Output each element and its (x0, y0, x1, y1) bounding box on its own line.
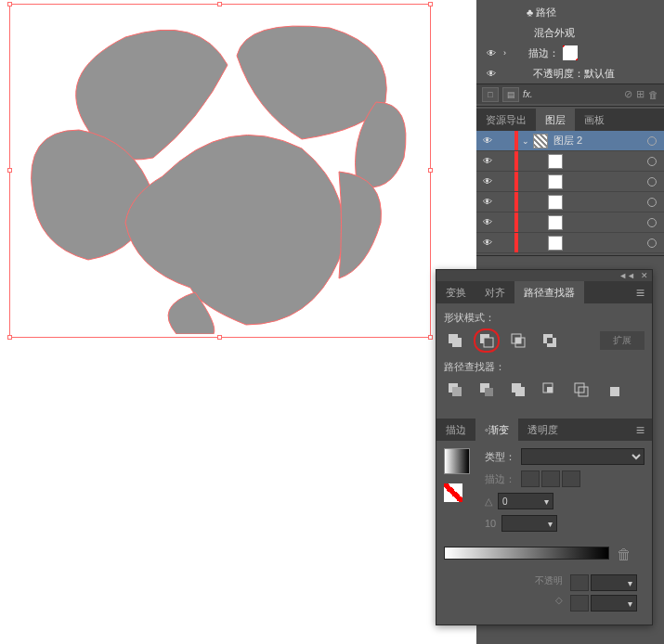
visibility-icon[interactable]: 👁 (480, 134, 494, 148)
resize-handle-s[interactable] (217, 335, 222, 340)
unite-button[interactable] (444, 330, 466, 351)
angle-symbol: △ (485, 496, 492, 508)
minus-front-button[interactable] (475, 330, 498, 351)
opacity-btn[interactable] (570, 574, 589, 591)
tab-stroke[interactable]: 描边 (436, 419, 475, 441)
resize-handle-n[interactable] (217, 2, 222, 6)
expand-button[interactable]: 扩展 (600, 331, 644, 350)
pathfinder-tabs: 变换 对齐 路径查找器 ≡ (436, 281, 652, 303)
merge-button[interactable] (507, 380, 529, 400)
visibility-icon[interactable]: 👁 (480, 215, 494, 229)
menu-icon[interactable]: ≡ (629, 419, 652, 441)
opacity-value-input[interactable]: ▾ (591, 574, 637, 591)
stroke-swatch[interactable] (563, 45, 578, 60)
appearance-row-stroke[interactable]: 👁 › 描边： (476, 43, 664, 63)
location-value-input[interactable]: ▾ (591, 595, 637, 612)
ratio-symbol: 10 (485, 518, 496, 529)
svg-rect-9 (485, 388, 493, 396)
stroke-along-button[interactable] (541, 470, 560, 487)
ratio-input[interactable]: ▾ (501, 515, 557, 532)
layer-thumbnail[interactable] (548, 215, 563, 230)
appearance-row-opacity[interactable]: 👁 不透明度：默认值 (476, 63, 664, 84)
divide-button[interactable] (444, 380, 466, 400)
reverse-gradient-button[interactable] (444, 483, 462, 502)
stroke-across-button[interactable] (562, 470, 580, 487)
visibility-icon[interactable]: 👁 (480, 174, 494, 188)
no-icon[interactable]: ⊘ (624, 88, 632, 100)
gradient-preview[interactable] (444, 448, 470, 474)
target-icon[interactable] (647, 136, 657, 146)
panel-title-bar[interactable]: ◄◄ ✕ (436, 270, 652, 281)
target-icon[interactable] (647, 238, 657, 248)
tab-pathfinder[interactable]: 路径查找器 (514, 281, 584, 303)
layer-thumbnail[interactable] (548, 174, 563, 189)
visibility-icon[interactable]: 👁 (484, 46, 498, 60)
artwork-shape[interactable] (14, 9, 423, 334)
layer-row-sublayer[interactable]: 👁 (476, 172, 664, 192)
layer-color-bar (514, 172, 518, 191)
trim-button[interactable] (475, 380, 498, 400)
resize-handle-ne[interactable] (428, 2, 433, 6)
fx-label[interactable]: fx. (523, 89, 533, 99)
layer-row-layer2[interactable]: 👁 ⌄ 图层 2 (476, 131, 664, 151)
tab-align[interactable]: 对齐 (475, 281, 514, 303)
footer-icon-1[interactable]: □ (482, 87, 499, 102)
crop-button[interactable] (539, 380, 561, 400)
appearance-row-path[interactable]: ♣ 路径 (476, 2, 664, 22)
resize-handle-nw[interactable] (7, 2, 12, 6)
layer-color-bar (514, 131, 518, 150)
layer-row-sublayer[interactable]: 👁 (476, 233, 664, 253)
visibility-icon[interactable]: 👁 (480, 236, 494, 250)
visibility-icon[interactable]: 👁 (480, 195, 494, 209)
chevron-down-icon[interactable]: ⌄ (522, 136, 529, 146)
angle-input[interactable]: 0▾ (498, 493, 553, 509)
layer-row-sublayer[interactable]: 👁 (476, 192, 664, 213)
stroke-within-button[interactable] (521, 470, 540, 487)
minus-back-button[interactable] (602, 380, 624, 400)
layer-thumbnail[interactable] (548, 154, 563, 169)
target-icon[interactable] (647, 198, 657, 207)
appearance-row-blend[interactable]: 混合外观 (476, 22, 664, 43)
duplicate-icon[interactable]: ⊞ (636, 88, 644, 100)
resize-handle-sw[interactable] (7, 335, 12, 340)
floating-panel[interactable]: ◄◄ ✕ 变换 对齐 路径查找器 ≡ 形状模式： 扩展 路径查找器： (436, 269, 653, 625)
tab-artboards[interactable]: 画板 (575, 109, 614, 131)
tab-layers[interactable]: 图层 (536, 109, 575, 131)
chevron-icon[interactable]: › (503, 48, 506, 58)
close-icon[interactable]: ✕ (641, 271, 648, 280)
location-btn[interactable] (570, 595, 589, 612)
gradient-slider[interactable] (444, 547, 609, 560)
visibility-icon[interactable]: 👁 (484, 67, 498, 81)
outline-button[interactable] (570, 380, 592, 400)
resize-handle-se[interactable] (428, 335, 433, 340)
target-icon[interactable] (647, 177, 657, 187)
gradient-type-select[interactable] (521, 448, 644, 465)
tab-transform[interactable]: 变换 (436, 281, 475, 303)
exclude-button[interactable] (539, 330, 561, 351)
path-label: 路径 (536, 6, 556, 18)
menu-icon[interactable]: ≡ (629, 281, 652, 303)
resize-handle-e[interactable] (428, 168, 433, 173)
layer-thumbnail[interactable] (548, 236, 563, 251)
layers-tabs: 资源导出 图层 画板 (476, 109, 664, 131)
stroke-label: 描边： (485, 472, 515, 486)
trash-icon[interactable]: 🗑 (617, 547, 630, 560)
visibility-icon[interactable]: 👁 (480, 154, 494, 168)
tab-transparency[interactable]: 透明度 (518, 419, 567, 441)
layer-row-sublayer[interactable]: 👁 (476, 151, 664, 172)
intersect-button[interactable] (507, 330, 529, 351)
layer-thumbnail[interactable] (548, 195, 563, 210)
resize-handle-w[interactable] (7, 168, 12, 173)
footer-icon-2[interactable]: ▤ (502, 87, 519, 102)
layer-row-sublayer[interactable]: 👁 (476, 213, 664, 233)
trash-icon[interactable]: 🗑 (648, 89, 658, 100)
appearance-panel: ♣ 路径 混合外观 👁 › 描边： 👁 不透明度：默认值 □ ▤ fx. ⊘ ⊞… (476, 0, 664, 107)
target-icon[interactable] (647, 157, 657, 166)
layer-thumbnail[interactable] (533, 134, 548, 148)
tab-export[interactable]: 资源导出 (476, 109, 536, 131)
tab-gradient[interactable]: ◦ 渐变 (475, 419, 518, 441)
collapse-icon[interactable]: ◄◄ (618, 271, 635, 280)
canvas[interactable] (0, 0, 476, 644)
type-label: 类型： (485, 450, 515, 464)
target-icon[interactable] (647, 218, 657, 227)
